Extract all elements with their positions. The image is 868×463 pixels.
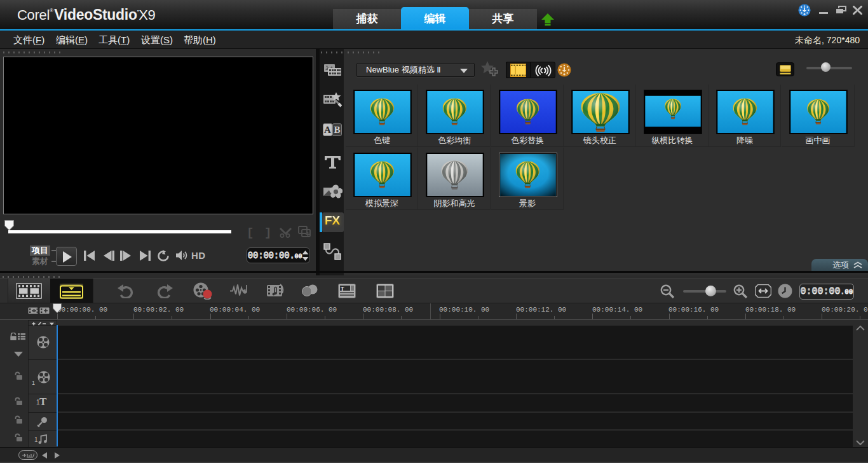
svg-text:T: T	[341, 286, 344, 292]
svg-text:A: A	[324, 125, 331, 135]
svg-text:B: B	[334, 125, 340, 135]
